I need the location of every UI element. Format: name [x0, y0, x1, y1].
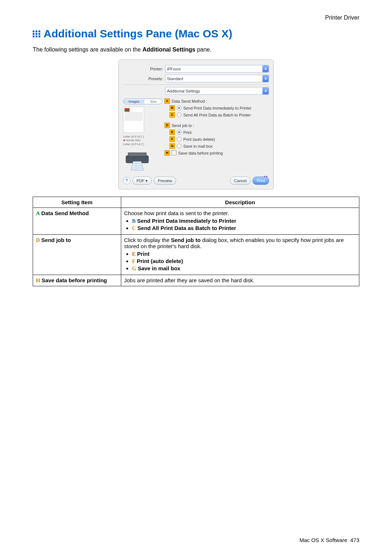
pane-select[interactable]: Additional Settings	[165, 87, 269, 95]
print-dialog: Printer: iPFxxxx Presets: Standard Addit…	[118, 59, 274, 189]
chevron-updown-icon	[262, 87, 269, 94]
printer-select[interactable]: iPFxxxx	[165, 65, 269, 73]
section-header: Printer Driver	[33, 15, 359, 21]
col-description: Description	[121, 197, 359, 208]
pdf-button[interactable]: PDF ▾	[132, 177, 152, 185]
down-arrow-icon	[123, 140, 125, 141]
media-size-info: Letter (8.5"x11") Actual Size Letter (8.…	[123, 135, 162, 146]
table-row: HSave data before printing Jobs are prin…	[33, 275, 359, 286]
send-job-to-label: DSend job to :	[164, 123, 269, 128]
print-auto-delete-radio[interactable]: FPrint (auto delete)	[164, 136, 269, 142]
presets-select[interactable]: Standard	[165, 75, 269, 82]
presets-label: Presets:	[123, 77, 165, 81]
print-radio[interactable]: EPrint	[164, 130, 269, 135]
print-button[interactable]: Print	[253, 177, 269, 185]
chevron-updown-icon	[262, 75, 269, 82]
save-mailbox-radio[interactable]: GSave in mail box	[164, 143, 269, 149]
settings-table: Setting Item Description AData Send Meth…	[33, 197, 359, 286]
svg-rect-1	[128, 153, 146, 156]
page-footer: Mac OS X Software 473	[299, 537, 359, 543]
col-setting: Setting Item	[33, 197, 121, 208]
radio-icon	[177, 112, 181, 117]
cancel-button[interactable]: Cancel	[230, 177, 250, 185]
printer-label: Printer:	[123, 67, 165, 71]
checkbox-icon	[172, 151, 176, 155]
preview-thumbnail	[123, 107, 144, 133]
radio-icon	[177, 144, 181, 148]
grid-icon	[33, 30, 41, 37]
radio-icon	[177, 137, 181, 141]
send-batch-radio[interactable]: CSend All Print Data as Batch to Printer	[164, 112, 269, 118]
printer-illustration	[123, 149, 154, 172]
table-row: AData Send Method Choose how print data …	[33, 208, 359, 235]
tab-size[interactable]: Size	[144, 100, 162, 103]
intro-text: The following settings are available on …	[33, 46, 359, 53]
help-button[interactable]: ?	[123, 177, 130, 184]
table-row: DSend job to Click to display the Send j…	[33, 235, 359, 275]
radio-selected-icon	[177, 106, 181, 110]
radio-selected-icon	[177, 130, 181, 135]
chevron-updown-icon	[262, 65, 269, 72]
title-text: Additional Settings Pane (Mac OS X)	[44, 28, 232, 40]
page-title: Additional Settings Pane (Mac OS X)	[33, 28, 359, 40]
tab-images[interactable]: Images	[123, 100, 144, 103]
data-send-method-label: AData Send Method :	[164, 98, 269, 104]
save-before-print-checkbox[interactable]: HSave data before printing	[164, 150, 269, 156]
preview-button[interactable]: Preview	[154, 177, 176, 185]
send-immediately-radio[interactable]: BSend Print Data Immediately to Printer	[164, 105, 269, 111]
preview-tabs[interactable]: Images Size	[123, 98, 162, 104]
